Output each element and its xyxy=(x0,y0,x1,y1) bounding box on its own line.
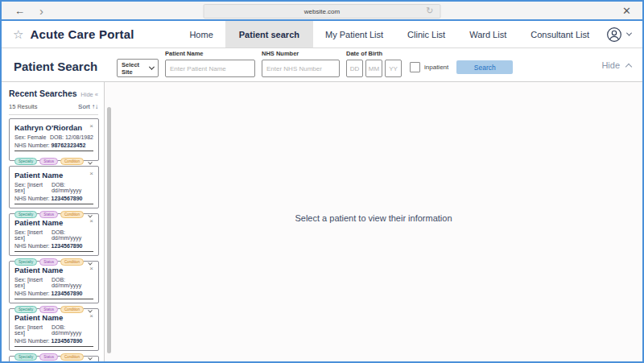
sort-button[interactable]: Sort ↑↓ xyxy=(78,103,98,110)
forward-icon[interactable]: › xyxy=(39,5,43,17)
chevron-up-icon xyxy=(625,63,632,69)
patient-nhs-number: NHS Number: 1234567890 xyxy=(14,243,93,249)
sort-arrows-icon: ↑↓ xyxy=(92,103,98,110)
nav-item-home[interactable]: Home xyxy=(177,21,225,47)
close-icon[interactable]: × xyxy=(89,266,93,272)
patient-name: Patient Name xyxy=(14,313,63,322)
dob-day-input[interactable] xyxy=(346,60,363,77)
patient-tag: Specialty xyxy=(14,306,37,313)
patient-sex: Sex: Female xyxy=(14,134,46,140)
chevron-down-icon xyxy=(149,64,155,70)
results-count: 15 Results xyxy=(9,103,37,110)
search-button[interactable]: Search xyxy=(456,60,513,74)
patient-nhs-number: NHS Number: 1234567890 xyxy=(14,338,93,344)
dob-month-input[interactable] xyxy=(365,60,382,77)
patient-tag: Condition xyxy=(60,211,84,218)
refresh-icon[interactable]: ↻ xyxy=(426,6,433,16)
recent-searches-panel: Recent Searches Hide « 15 Results Sort ↑… xyxy=(2,82,105,361)
patient-name: Patient Name xyxy=(14,361,63,361)
patient-tag: Condition xyxy=(60,306,84,313)
browser-chrome: ← › website.com ↻ ✕ xyxy=(2,2,642,21)
expand-card-toggle[interactable] xyxy=(89,154,93,168)
patient-search-toolbar: Patient Search Select Site Patient Name … xyxy=(2,48,642,82)
patient-card[interactable]: Patient Name × Sex: [insert sex] DOB: dd… xyxy=(9,213,99,256)
close-icon[interactable]: ✕ xyxy=(622,5,631,17)
card-divider xyxy=(14,204,93,204)
back-icon[interactable]: ← xyxy=(14,6,25,16)
patient-tag: Specialty xyxy=(14,353,37,361)
inpatient-checkbox[interactable] xyxy=(410,62,420,72)
inpatient-filter: inpatient xyxy=(410,62,448,72)
close-icon[interactable]: × xyxy=(89,123,93,130)
close-icon[interactable]: × xyxy=(89,361,93,361)
patient-nhs-number: NHS Number: 1234567890 xyxy=(14,196,93,201)
dob-year-input[interactable] xyxy=(385,60,402,77)
dob-label: Date of Birth xyxy=(346,50,402,57)
recent-searches-header: Recent Searches Hide « 15 Results Sort ↑… xyxy=(2,82,104,115)
close-icon[interactable]: × xyxy=(89,313,93,320)
patient-card[interactable]: Patient Name × Sex: [insert sex] DOB: dd… xyxy=(9,261,99,303)
card-divider xyxy=(14,299,93,299)
page-title: Patient Search xyxy=(14,60,117,73)
patient-tag: Status xyxy=(39,258,58,266)
nav-item-ward-list[interactable]: Ward List xyxy=(457,21,518,47)
hide-sidebar-toggle[interactable]: Hide « xyxy=(80,91,98,98)
close-icon[interactable]: × xyxy=(89,171,93,177)
patient-sex: Sex: [insert sex] xyxy=(14,324,52,336)
patient-tag: Specialty xyxy=(14,211,37,218)
card-divider xyxy=(14,251,93,252)
url-text: website.com xyxy=(304,8,340,15)
patient-tag: Condition xyxy=(60,353,84,361)
patient-dob: DOB: dd/mm/yyyy xyxy=(52,277,93,288)
patient-sex: Sex: [insert sex] xyxy=(14,182,52,193)
patient-tag: Condition xyxy=(60,258,84,266)
user-area xyxy=(601,21,642,47)
select-site-label: Select Site xyxy=(122,61,150,76)
patient-name-label: Patient Name xyxy=(165,50,255,57)
browser-window: ← › website.com ↻ ✕ ☆ Acute Care Portal … xyxy=(0,0,644,363)
patient-name-input[interactable] xyxy=(165,60,255,77)
user-avatar-icon[interactable] xyxy=(606,27,622,43)
main-nav: HomePatient searchMy Patient ListClinic … xyxy=(177,21,601,47)
address-bar[interactable]: website.com ↻ xyxy=(204,4,441,19)
patient-name: Patient Name xyxy=(14,171,63,179)
recent-searches-list: Kathryn O'Riordan × Sex: Female DOB: 12/… xyxy=(2,115,104,361)
star-icon[interactable]: ☆ xyxy=(13,27,23,42)
patient-detail-area: Select a patient to view their informati… xyxy=(105,82,642,361)
chevron-down-icon[interactable] xyxy=(626,31,632,36)
patient-tag: Status xyxy=(39,158,58,165)
close-icon[interactable]: × xyxy=(89,218,93,225)
brand: ☆ Acute Care Portal xyxy=(2,21,134,47)
patient-tag: Specialty xyxy=(14,158,37,165)
sidebar-scrollbar[interactable] xyxy=(107,107,111,353)
patient-tags-row: SpecialtyStatusCondition xyxy=(14,349,93,361)
patient-tag: Condition xyxy=(60,158,84,165)
patient-tag: Status xyxy=(39,211,58,218)
hide-search-panel-toggle[interactable]: Hide xyxy=(601,60,631,70)
card-divider xyxy=(14,151,93,151)
patient-dob: DOB: dd/mm/yyyy xyxy=(52,229,93,241)
patient-name-group: Patient Name xyxy=(165,50,255,77)
nav-item-clinic-list[interactable]: Clinic List xyxy=(395,21,457,47)
nav-item-consultant-list[interactable]: Consultant List xyxy=(518,21,601,47)
patient-sex: Sex: [insert sex] xyxy=(14,277,52,288)
nav-item-patient-search[interactable]: Patient search xyxy=(225,21,313,47)
patient-card[interactable]: Patient Name × Sex: [insert sex] DOB: dd… xyxy=(9,166,99,208)
app-title: Acute Care Portal xyxy=(30,27,134,41)
patient-card[interactable]: Patient Name × Sex: [insert sex] DOB: dd… xyxy=(9,308,99,351)
patient-nhs-number: NHS Number: 98762323452 xyxy=(14,142,93,148)
hide-label: Hide xyxy=(601,60,620,70)
patient-card[interactable]: Kathryn O'Riordan × Sex: Female DOB: 12/… xyxy=(9,118,99,161)
nav-item-my-patient-list[interactable]: My Patient List xyxy=(313,21,395,47)
double-chevron-left-icon: « xyxy=(95,91,98,98)
patient-sex: Sex: [insert sex] xyxy=(14,229,52,241)
select-site-dropdown[interactable]: Select Site xyxy=(117,59,159,77)
nhs-number-label: NHS Number xyxy=(262,50,340,57)
patient-name: Patient Name xyxy=(14,266,63,274)
dob-group: Date of Birth xyxy=(346,50,402,77)
app-header: ☆ Acute Care Portal HomePatient searchMy… xyxy=(2,21,642,48)
patient-tag: Specialty xyxy=(14,258,37,266)
card-divider xyxy=(14,346,93,347)
patient-dob: DOB: dd/mm/yyyy xyxy=(52,324,93,336)
nhs-number-input[interactable] xyxy=(262,60,340,77)
